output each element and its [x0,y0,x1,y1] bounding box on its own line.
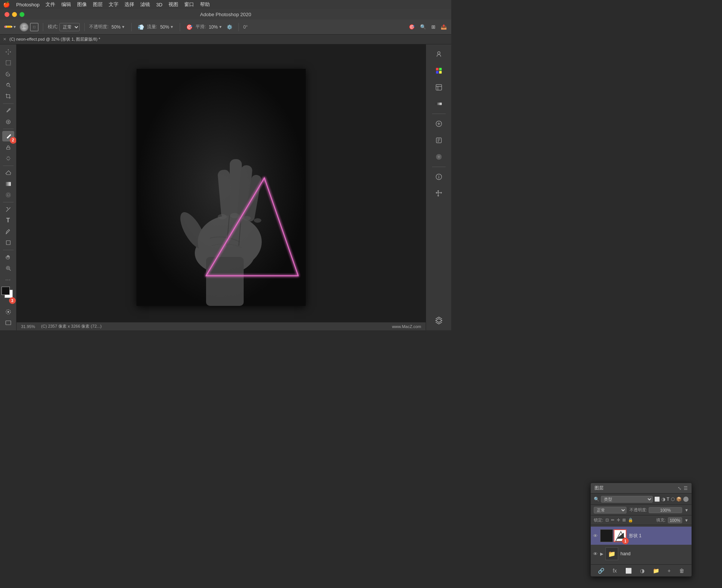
watermark: www.MacZ.com [392,324,421,329]
svg-rect-9 [6,321,11,325]
annotation-badge-2: 2 [10,137,17,144]
svg-rect-31 [436,103,441,105]
svg-rect-28 [436,71,438,74]
symmetry-btn[interactable]: 🎯 [407,23,416,30]
document-canvas [137,69,306,306]
zoom-tool-btn[interactable] [2,263,14,273]
lasso-tool-btn[interactable] [2,69,14,79]
svg-point-36 [438,156,439,157]
menu-help[interactable]: 帮助 [200,1,210,8]
stamp-tool-btn[interactable] [2,142,14,153]
svg-rect-3 [6,147,10,149]
angle-group: 0° [243,24,247,30]
close-button[interactable] [5,12,9,17]
heal-tool-btn[interactable] [2,117,14,127]
svg-rect-0 [6,61,11,65]
svg-point-35 [437,155,440,158]
color-btn[interactable] [431,63,446,78]
swatches-btn[interactable] [431,80,446,95]
brush-size-value: 100 [21,25,26,29]
selection-tool-btn[interactable] [2,58,14,68]
menu-window[interactable]: 窗口 [184,1,194,8]
minimize-button[interactable] [12,12,17,17]
path-select-btn[interactable] [2,204,14,215]
titlebar: Adobe Photoshop 2020 [0,9,451,20]
transform-btn[interactable] [431,186,446,201]
document-tab-title: (C) neon-effect.psd @ 32% (形状 1, 图层蒙版/8)… [9,36,100,42]
blend-mode-select[interactable]: 正常 [59,23,80,31]
menu-filter[interactable]: 滤镜 [140,1,150,8]
window-title: Adobe Photoshop 2020 [200,12,251,17]
search-btn[interactable]: 🔍 [419,23,428,30]
eraser-tool-btn[interactable] [2,168,14,178]
move-tool-btn[interactable] [2,47,14,57]
tab-close-btn[interactable]: ✕ [3,37,6,42]
menu-view[interactable]: 视图 [168,1,178,8]
fullscreen-button[interactable] [20,12,24,17]
foreground-color-swatch[interactable] [2,287,10,295]
svg-point-22 [254,218,261,223]
zoom-level: 31.95% [21,324,35,329]
crop-tool-btn[interactable] [2,91,14,102]
channels-btn[interactable] [431,149,446,164]
right-separator-2 [432,167,446,167]
menu-file[interactable]: 文件 [46,1,55,8]
brush-hardness-indicator[interactable]: □ [30,23,38,31]
svg-rect-30 [436,85,441,90]
flow-value: 50% [160,24,169,30]
left-separator-3 [3,166,14,166]
apple-menu[interactable]: 🍎 [3,1,10,8]
svg-point-21 [243,216,251,220]
smooth-value: 10% [209,24,218,30]
flow-value-btn[interactable]: 50% ▼ [159,24,175,30]
share-btn[interactable]: 📤 [439,23,448,30]
menu-image[interactable]: 图像 [77,1,87,8]
quick-select-tool-btn[interactable] [2,80,14,91]
layers-btn[interactable] [431,313,446,328]
eyedropper-tool-btn[interactable] [2,105,14,116]
svg-rect-18 [206,257,244,306]
history-brush-btn[interactable] [2,153,14,164]
smoothing-icon-btn[interactable]: 🎯 [185,23,194,31]
adjustments-btn[interactable] [431,116,446,131]
smooth-value-btn[interactable]: 10% ▼ [207,24,224,30]
right-panels-strip [426,44,451,330]
flow-group: 💨 流量: 50% ▼ [136,23,175,31]
menu-edit[interactable]: 编辑 [61,1,71,8]
brush-tool-btn[interactable]: 2 [2,131,14,141]
properties-btn[interactable] [431,133,446,148]
svg-point-20 [230,213,239,218]
quick-mask-btn[interactable] [2,307,14,317]
menu-select[interactable]: 选择 [124,1,134,8]
menu-text[interactable]: 文字 [109,1,118,8]
opacity-value-btn[interactable]: 50% ▼ [110,24,127,30]
svg-rect-4 [6,182,11,186]
gradients-btn[interactable] [431,96,446,111]
canvas-svg [137,69,306,306]
shape-tool-btn[interactable] [2,237,14,248]
document-info[interactable]: (C) 2357 像素 x 3266 像素 (72...) [41,324,102,329]
more-tools-btn[interactable]: ··· [2,274,14,285]
blur-tool-btn[interactable] [2,190,14,201]
menu-photoshop[interactable]: Photoshop [16,2,39,8]
menu-layer[interactable]: 图层 [93,1,103,8]
info-btn[interactable] [431,169,446,184]
text-tool-btn[interactable]: T [2,215,14,226]
separator-3 [131,23,132,31]
hand-tool-btn[interactable] [2,252,14,263]
screen-mode-btn[interactable] [2,318,14,328]
brush-size-indicator[interactable]: 100 [20,23,29,32]
canvas-document[interactable] [137,69,306,306]
airbrush-toggle[interactable]: 💨 [136,23,146,31]
menubar: 🍎 Photoshop 文件 编辑 图像 图层 文字 选择 滤镜 3D 视图 窗… [0,0,451,9]
arrange-btn[interactable]: ⊞ [430,23,437,30]
smooth-settings-btn[interactable]: ⚙️ [225,24,234,30]
gradient-tool-btn[interactable] [2,179,14,189]
svg-point-19 [218,214,227,219]
brush-options-btn[interactable]: ✏️ ▼ [3,23,18,31]
pen-tool-btn[interactable] [2,226,14,237]
mode-group: 模式: 正常 [48,23,80,31]
statusbar: 31.95% (C) 2357 像素 x 3266 像素 (72...) www… [17,322,426,330]
libraries-btn[interactable] [431,47,446,62]
menu-3d[interactable]: 3D [156,2,162,8]
